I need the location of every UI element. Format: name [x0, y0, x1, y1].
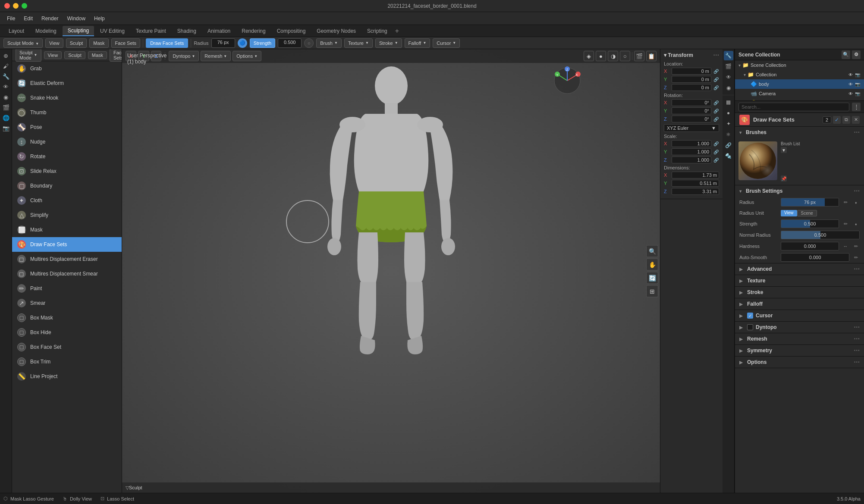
loc-z-input[interactable]: 0 m [672, 84, 711, 91]
brush-dropdown[interactable]: Brush [316, 38, 342, 48]
render-icon[interactable]: ○ [620, 51, 630, 61]
strength-keyframe-icon[interactable]: ⬧ [852, 220, 860, 228]
rot-x-lock[interactable]: 🔗 [713, 100, 719, 106]
tab-animation[interactable]: Animation [202, 26, 236, 36]
outliner-scene-collection[interactable]: ▾ 📁 Scene Collection [735, 60, 864, 70]
brush-settings-menu[interactable]: ⋯ [854, 188, 860, 194]
tool-thumb[interactable]: ◯ Thumb [12, 105, 122, 120]
rot-y-input[interactable]: 0° [672, 107, 711, 114]
tool-smear[interactable]: ↗ Smear [12, 296, 122, 310]
tool-cloth[interactable]: ✦ Cloth [12, 193, 122, 208]
icon-render[interactable]: 📷 [1, 123, 11, 133]
loc-z-lock[interactable]: 🔗 [713, 85, 719, 91]
radius-edit-icon[interactable]: ✏ [842, 198, 849, 206]
prop-icon-material[interactable]: ● [724, 108, 733, 118]
dyntopo-header[interactable]: ▶ Dyntopo ⋯ [735, 322, 864, 333]
tool-snake-hook[interactable]: 〰 Snake Hook [12, 91, 122, 105]
stroke-dropdown[interactable]: Stroke [375, 38, 402, 48]
minimize-button[interactable] [13, 3, 19, 9]
outliner-filter-icon[interactable]: ⚙ [852, 50, 861, 59]
dyntopo-checkbox[interactable] [747, 324, 753, 330]
prop-icon-object[interactable]: ◉ [724, 83, 733, 93]
texture-header[interactable]: ▶ Texture [735, 275, 864, 286]
brush-pin-icon[interactable]: 📌 [781, 175, 787, 182]
icon-tools[interactable]: 🔧 [1, 72, 11, 81]
properties-search-input[interactable]: Search... [738, 103, 849, 111]
prop-icon-object-data[interactable]: ▦ [724, 97, 733, 107]
tab-scripting[interactable]: Scripting [362, 26, 393, 36]
radius-input[interactable]: 76 px [211, 38, 235, 48]
scale-z-lock[interactable]: 🔗 [713, 157, 719, 163]
prop-icon-scene[interactable]: 🎬 [724, 62, 733, 71]
tab-sculpting[interactable]: Sculpting [63, 26, 94, 36]
dyntopo-menu[interactable]: ⋯ [854, 324, 860, 331]
body-render-icon[interactable]: 📷 [855, 81, 861, 87]
prop-icon-constraints[interactable]: 🔗 [724, 141, 733, 150]
strength-bar[interactable]: 0.500 [781, 219, 839, 228]
tool-close-icon[interactable]: ✕ [852, 116, 860, 124]
auto-smooth-bar[interactable]: 0.000 [781, 253, 849, 262]
mask-btn[interactable]: Mask [88, 51, 107, 59]
local-view-btn[interactable]: ⊞ [646, 285, 658, 297]
strength-input[interactable]: 0.500 [278, 38, 302, 48]
tool-draw-face-sets[interactable]: 🎨 Draw Face Sets [12, 237, 122, 252]
camera-eye-icon[interactable]: 👁 [848, 91, 854, 97]
tab-layout[interactable]: Layout [3, 26, 29, 36]
tool-box-hide[interactable]: □ Box Hide [12, 325, 122, 340]
viewport[interactable]: X Y Z Dyntopo Remesh Options ◈ ● ◑ ○ 🎬 📋 [122, 49, 660, 493]
hardness-bar[interactable]: 0.000 [781, 242, 839, 250]
tool-rotate[interactable]: ↻ Rotate [12, 149, 122, 164]
menu-render[interactable]: Render [38, 14, 62, 23]
falloff-header[interactable]: ▶ Falloff [735, 298, 864, 310]
outliner-collection[interactable]: ▾ 📁 Collection 👁 📷 [735, 70, 864, 79]
zoom-out-btn[interactable]: ✋ [646, 258, 658, 270]
tool-box-mask[interactable]: □ Box Mask [12, 310, 122, 325]
brushes-header[interactable]: ▾ Brushes ⋯ [735, 127, 864, 138]
loc-y-lock[interactable]: 🔗 [713, 76, 719, 82]
face-sets-dropdown[interactable]: Face Sets [111, 38, 141, 48]
symmetry-header[interactable]: ▶ Symmetry ⋯ [735, 345, 864, 356]
tool-grab[interactable]: ✋ Grab [12, 61, 122, 76]
tab-texture-paint[interactable]: Texture Paint [131, 26, 171, 36]
auto-smooth-edit-icon[interactable]: ✏ [852, 254, 860, 261]
wireframe-icon[interactable]: ◈ [584, 51, 594, 61]
remesh-btn[interactable]: Remesh [201, 51, 231, 61]
icon-scene[interactable]: 🎬 [1, 103, 11, 112]
scene-icon[interactable]: 🎬 [634, 51, 644, 61]
tool-multires-eraser[interactable]: ◻ Multires Displacement Eraser [12, 252, 122, 266]
radius-unit-scene[interactable]: Scene [797, 210, 817, 216]
tab-modeling[interactable]: Modeling [30, 26, 62, 36]
tool-slide-relax[interactable]: ⊡ Slide Relax [12, 164, 122, 178]
sculpt-mode-dropdown[interactable]: Sculpt Mode [3, 38, 43, 48]
advanced-header[interactable]: ▶ Advanced ⋯ [735, 263, 864, 275]
tool-elastic-deform[interactable]: 🔄 Elastic Deform [12, 76, 122, 91]
icon-world[interactable]: 🌐 [1, 113, 11, 122]
menu-window[interactable]: Window [63, 14, 89, 23]
tool-box-trim[interactable]: □ Box Trim [12, 354, 122, 369]
tool-copy-icon[interactable]: ⧉ [842, 116, 850, 124]
normal-radius-bar[interactable]: 0.500 [781, 231, 860, 239]
maximize-button[interactable] [22, 3, 27, 9]
brush-settings-header[interactable]: ▾ Brush Settings ⋯ [735, 185, 864, 197]
brushes-menu[interactable]: ⋯ [854, 129, 860, 136]
tool-simplify[interactable]: △ Simplify [12, 208, 122, 222]
icon-object[interactable]: ◉ [1, 92, 11, 102]
outliner-camera[interactable]: 📹 Camera 👁 📷 [735, 89, 864, 98]
strength-lock-icon[interactable]: ○ [304, 38, 314, 48]
loc-y-input[interactable]: 0 m [672, 76, 711, 83]
icon-sculpt-face[interactable]: 🖌 [1, 61, 11, 71]
radius-unit-view[interactable]: View [781, 210, 797, 216]
hardness-edit-icon[interactable]: ✏ [852, 242, 860, 250]
tool-nudge[interactable]: ↕ Nudge [12, 135, 122, 149]
prop-icon-physics[interactable]: ⚛ [724, 130, 733, 139]
scale-y-lock[interactable]: 🔗 [713, 149, 719, 155]
prop-icon-modifiers[interactable]: 🔩 [724, 151, 733, 161]
options-btn[interactable]: Options [232, 51, 261, 61]
rot-y-lock[interactable]: 🔗 [713, 108, 719, 114]
remesh-header[interactable]: ▶ Remesh ⋯ [735, 333, 864, 344]
tool-multires-smear[interactable]: ◻ Multires Displacement Smear [12, 266, 122, 281]
sculpt-btn[interactable]: Sculpt [64, 51, 85, 59]
radius-bar[interactable]: 76 px [781, 198, 839, 207]
prop-icon-view[interactable]: 👁 [724, 72, 733, 82]
sculpt-mode-btn[interactable]: Sculpt Mode [16, 49, 41, 62]
